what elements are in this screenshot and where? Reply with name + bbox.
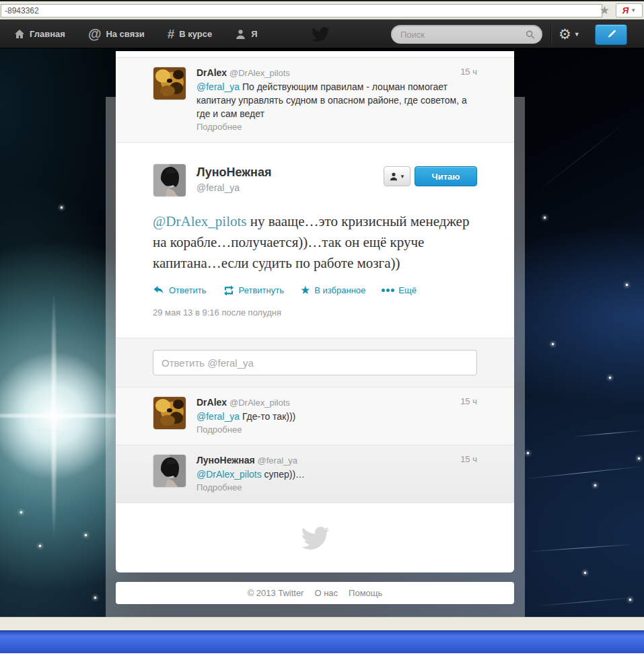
light-streak [528, 544, 636, 552]
address-input[interactable] [1, 4, 602, 17]
twitter-bird-icon[interactable] [311, 25, 330, 44]
light-streak [532, 117, 633, 196]
expand-link[interactable]: Подробнее [196, 120, 477, 134]
stream-top-strip [116, 51, 514, 58]
nav-item-connect[interactable]: @ На связи [77, 20, 156, 48]
tweet-time[interactable]: 15 ч [460, 67, 477, 77]
reply-tweet[interactable]: 15 ч DrAlex @DrAlex_pilots @feral_ya Где… [116, 387, 514, 445]
reply-action[interactable]: Ответить [153, 285, 207, 295]
action-label: Ещё [398, 285, 417, 295]
more-action[interactable]: Ещё [382, 285, 417, 295]
person-icon [235, 28, 246, 40]
expand-link[interactable]: Подробнее [196, 481, 477, 494]
nav-item-home[interactable]: Главная [3, 20, 77, 48]
main-author-handle[interactable]: @feral_ya [196, 182, 240, 193]
avatar-woman-image [153, 455, 186, 487]
taskbar[interactable] [0, 630, 644, 653]
star-icon: ★ [300, 285, 310, 296]
nav-item-me[interactable]: Я [223, 20, 269, 48]
avatar[interactable] [153, 67, 186, 100]
avatar-lion-image [153, 67, 186, 100]
at-icon: @ [88, 26, 102, 42]
tweet-author-name[interactable]: DrAlex [196, 67, 227, 78]
bookmark-star-icon[interactable]: ★ [600, 3, 610, 17]
star-dot [94, 597, 96, 599]
search-icon [526, 30, 535, 40]
search-box [391, 25, 542, 44]
following-button[interactable]: Читаю [415, 166, 477, 186]
star-dot [20, 511, 22, 513]
star-dot [39, 545, 41, 547]
nav-item-label: В курсе [179, 29, 212, 39]
settings-button[interactable]: ⚙ ▼ [559, 25, 580, 44]
compose-pen-icon [606, 29, 617, 40]
reply-input[interactable] [153, 350, 477, 375]
compose-tweet-button[interactable] [595, 24, 627, 45]
nav-item-label: Я [251, 29, 257, 39]
star-dot [638, 457, 640, 459]
nav-item-discover[interactable]: # В курсе [156, 20, 224, 48]
chevron-down-icon: ▼ [400, 174, 405, 180]
tweet-text-body: Где-то так))) [240, 411, 295, 422]
avatar-woman-image [153, 164, 186, 196]
twitter-navbar: Главная @ На связи # В курсе Я ⚙ ▼ [0, 20, 644, 48]
star-dot [626, 284, 628, 286]
tweet-before[interactable]: 15 ч DrAlex @DrAlex_pilots @feral_ya По … [116, 58, 514, 142]
retweet-icon [223, 285, 235, 295]
mention-link[interactable]: @feral_ya [196, 411, 240, 422]
mention-link[interactable]: @feral_ya [196, 81, 240, 92]
tweet-author-handle[interactable]: @feral_ya [258, 455, 297, 466]
nav-separator [550, 24, 551, 44]
reply-tweet[interactable]: 15 ч ЛуноНежная @feral_ya @DrAlex_pilots… [116, 445, 514, 503]
footer-link-help[interactable]: Помощь [349, 588, 382, 598]
person-icon [389, 172, 398, 181]
tweet-actions: Ответить Ретвитнуть ★ В избранное Ещё [153, 283, 477, 297]
tweet-time[interactable]: 15 ч [460, 454, 477, 464]
light-streak [525, 466, 643, 479]
chevron-down-icon: ▼ [574, 31, 580, 38]
tweet-column: 15 ч DrAlex @DrAlex_pilots @feral_ya По … [116, 51, 514, 604]
stream-end-panel [116, 503, 514, 572]
window-bottom-strip [0, 617, 644, 630]
avatar[interactable] [153, 455, 186, 487]
tweet-author-handle[interactable]: @DrAlex_pilots [229, 68, 290, 78]
light-streak [572, 430, 644, 437]
footer-link-about[interactable]: О нас [314, 588, 338, 598]
copyright-text: © 2013 Twitter [248, 588, 304, 598]
favorite-action[interactable]: ★ В избранное [300, 285, 365, 296]
action-label: Ответить [169, 285, 207, 295]
tweet-text: @feral_ya Где-то так))) [196, 410, 477, 423]
avatar[interactable] [153, 164, 186, 196]
tweet-author-name[interactable]: ЛуноНежная [196, 455, 255, 466]
star-dot [85, 534, 87, 536]
nav-item-label: На связи [106, 29, 144, 39]
retweet-action[interactable]: Ретвитнуть [223, 285, 284, 295]
tweet-author-handle[interactable]: @DrAlex_pilots [229, 398, 290, 408]
reply-icon [153, 285, 165, 295]
avatar-lion-image [153, 397, 186, 429]
tweet-author-name[interactable]: DrAlex [196, 397, 227, 408]
star-dot [609, 377, 611, 379]
star-dot [629, 599, 631, 601]
yandex-icon: Я [622, 5, 629, 15]
mention-link[interactable]: @DrAlex_pilots [196, 469, 262, 480]
tweet-text-body: супер))… [262, 469, 305, 480]
main-author-name[interactable]: ЛуноНежная [196, 165, 271, 180]
star-dot [527, 452, 529, 454]
expand-link[interactable]: Подробнее [196, 423, 477, 437]
page-footer: © 2013 Twitter О нас Помощь [116, 582, 514, 604]
reply-section [116, 338, 514, 387]
main-tweet-text: @DrAlex_pilots ну вааще…это кризисный ме… [153, 211, 480, 274]
nav-items: Главная @ На связи # В курсе Я [3, 20, 269, 48]
browser-address-bar: ★ Я ▼ [0, 0, 644, 20]
yandex-button[interactable]: Я ▼ [616, 3, 643, 17]
mention-link[interactable]: @DrAlex_pilots [153, 213, 247, 229]
avatar[interactable] [153, 397, 186, 429]
light-streak [535, 597, 636, 606]
search-input[interactable] [391, 30, 526, 40]
tweet-timestamp: 29 мая 13 в 9:16 после полудня [153, 307, 477, 318]
user-actions-dropdown[interactable]: ▼ [384, 166, 410, 186]
tweet-time[interactable]: 15 ч [460, 396, 477, 406]
light-streak [0, 427, 106, 435]
star-dot [584, 572, 586, 574]
